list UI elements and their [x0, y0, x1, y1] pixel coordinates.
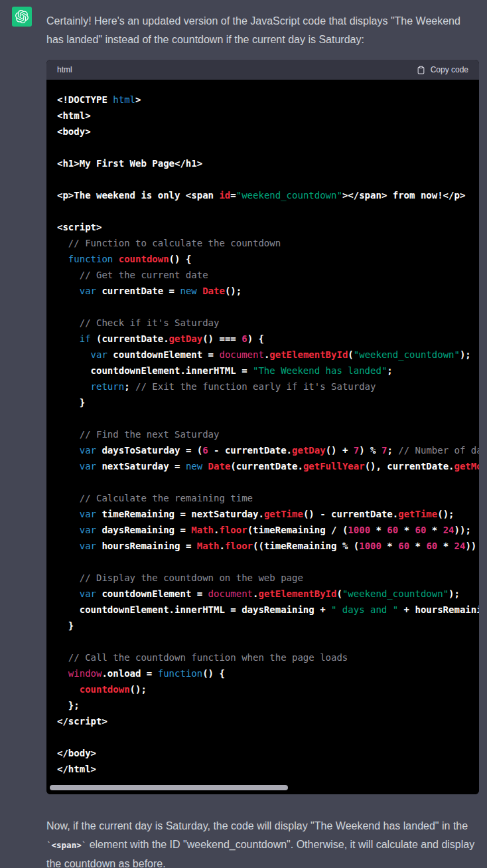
code-line: };: [57, 697, 479, 713]
code-line: var daysRemaining = Math.floor(timeRemai…: [57, 522, 479, 538]
code-line: countdownElement.innerHTML = "The Weeken…: [57, 363, 479, 379]
code-block: html Copy code <!DOCTYPE html><html><bod…: [46, 60, 479, 794]
code-line: var countdownElement = document.getEleme…: [57, 347, 479, 363]
chatgpt-avatar: [12, 7, 32, 27]
code-line: // Call the countdown function when the …: [57, 650, 479, 665]
code-line: window.onload = function() {: [57, 665, 479, 681]
code-content: <!DOCTYPE html><html><body> <h1>My First…: [46, 80, 479, 794]
code-line: // Find the next Saturday: [57, 426, 479, 442]
code-line: var nextSaturday = new Date(currentDate.…: [57, 458, 479, 474]
code-language-label: html: [57, 65, 72, 74]
code-line: <p>The weekend is only <span id="weekend…: [57, 187, 479, 203]
code-line: var currentDate = new Date();: [57, 283, 479, 299]
code-line: [57, 474, 479, 490]
assistant-message: Certainly! Here's an updated version of …: [0, 0, 487, 868]
code-line: [57, 554, 479, 570]
horizontal-scrollbar[interactable]: [50, 785, 288, 790]
code-lines: <!DOCTYPE html><html><body> <h1>My First…: [57, 92, 479, 777]
code-line: [57, 171, 479, 187]
clipboard-icon: [417, 65, 425, 75]
outro-text-post: element with the ID "weekend_countdown".…: [46, 839, 474, 868]
outro-text-pre: Now, if the current day is Saturday, the…: [46, 820, 468, 831]
backtick: `: [46, 840, 52, 850]
code-line: var daysToSaturday = (6 - currentDate.ge…: [57, 442, 479, 458]
code-line: function countdown() {: [57, 251, 479, 267]
code-line: return; // Exit the function early if it…: [57, 379, 479, 394]
code-line: [57, 729, 479, 745]
code-line: // Calculate the remaining time: [57, 490, 479, 506]
copy-code-label: Copy code: [431, 65, 468, 74]
code-line: // Function to calculate the countdown: [57, 235, 479, 251]
message-outro-text: Now, if the current day is Saturday, the…: [46, 817, 479, 868]
code-line: // Display the countdown on the web page: [57, 570, 479, 586]
code-line: [57, 410, 479, 426]
code-line: </html>: [57, 761, 479, 777]
code-line: </script>: [57, 713, 479, 729]
code-line: [57, 139, 479, 155]
code-line: countdown();: [57, 681, 479, 697]
code-line: <h1>My First Web Page</h1>: [57, 155, 479, 171]
code-line: // Check if it's Saturday: [57, 315, 479, 331]
code-block-header: html Copy code: [46, 60, 479, 80]
code-line: // Get the current date: [57, 267, 479, 283]
inline-code-span: <span>: [52, 840, 82, 850]
code-line: <script>: [57, 219, 479, 235]
code-line: <!DOCTYPE html>: [57, 92, 479, 108]
code-line: var hoursRemaining = Math.floor((timeRem…: [57, 538, 479, 554]
code-line: var timeRemaining = nextSaturday.getTime…: [57, 506, 479, 522]
code-line: var countdownElement = document.getEleme…: [57, 586, 479, 602]
code-line: [57, 203, 479, 219]
message-intro-text: Certainly! Here's an updated version of …: [46, 12, 479, 49]
code-line: <body>: [57, 124, 479, 139]
code-line: [57, 299, 479, 315]
code-line: countdownElement.innerHTML = daysRemaini…: [57, 602, 479, 618]
code-line: if (currentDate.getDay() === 6) {: [57, 331, 479, 347]
code-line: }: [57, 394, 479, 410]
code-line: </body>: [57, 745, 479, 761]
code-line: }: [57, 618, 479, 634]
code-line: <html>: [57, 108, 479, 124]
openai-logo-icon: [15, 10, 29, 23]
copy-code-button[interactable]: Copy code: [417, 65, 468, 75]
code-line: [57, 634, 479, 650]
